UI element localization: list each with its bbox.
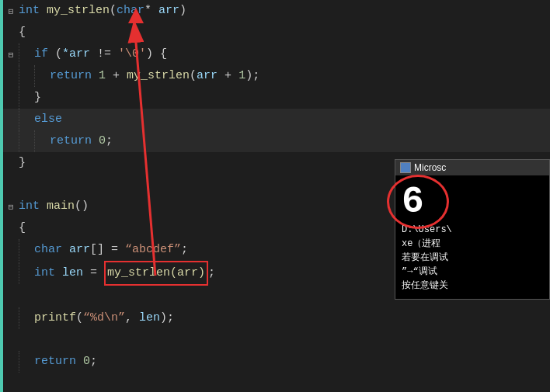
indent-guides bbox=[19, 239, 34, 261]
indent-guides bbox=[19, 65, 50, 87]
code-content: } bbox=[34, 87, 41, 109]
code-content: char arr[] = “abcdef”; bbox=[34, 239, 188, 261]
console-line-2: xe（进程 bbox=[402, 237, 543, 251]
code-content: int len = my_strlen(arr); bbox=[34, 261, 215, 286]
indent-guides bbox=[19, 307, 34, 329]
console-line-1: D:\Users\ bbox=[402, 223, 543, 237]
console-line-3: 若要在调试 bbox=[402, 251, 543, 265]
code-content: int main() bbox=[19, 196, 89, 217]
fold-indicator: ⊟ bbox=[3, 202, 19, 212]
code-line: ⊟int my_strlen(char* arr) bbox=[3, 0, 550, 22]
code-line: return 1 + my_strlen(arr + 1); bbox=[3, 65, 550, 87]
code-line: return 0; bbox=[3, 351, 550, 373]
code-line: ⊟if (*arr != '\0') { bbox=[3, 43, 550, 65]
console-line-5: 按任意键关 bbox=[402, 279, 543, 293]
redbox-highlight: my_strlen(arr) bbox=[104, 261, 208, 286]
code-content: return 0; bbox=[34, 351, 97, 373]
indent-guides bbox=[19, 351, 34, 373]
console-title: Microsc bbox=[414, 162, 446, 173]
code-line bbox=[3, 329, 550, 351]
console-titlebar: Microsc bbox=[395, 160, 549, 175]
indent-guides bbox=[19, 109, 34, 130]
console-line-4: ”→“调试 bbox=[402, 265, 543, 279]
code-content: } bbox=[19, 152, 26, 174]
console-icon bbox=[400, 162, 411, 173]
fold-indicator: ⊟ bbox=[3, 6, 19, 16]
code-content: else bbox=[34, 109, 62, 130]
code-content: int my_strlen(char* arr) bbox=[19, 0, 186, 22]
indent-guides bbox=[19, 262, 34, 284]
indent-guides bbox=[19, 130, 50, 152]
code-line: printf(“%d\n”, len); bbox=[3, 307, 550, 329]
code-line: else bbox=[3, 109, 550, 130]
code-editor: ⊟int my_strlen(char* arr){⊟if (*arr != '… bbox=[0, 0, 550, 392]
code-content: return 1 + my_strlen(arr + 1); bbox=[50, 65, 259, 87]
console-body: 6 D:\Users\ xe（进程 若要在调试 ”→“调试 按任意键关 bbox=[395, 175, 549, 299]
indent-guides bbox=[19, 87, 34, 109]
code-content: { bbox=[19, 217, 26, 239]
code-line: } bbox=[3, 87, 550, 109]
indent-guides bbox=[19, 43, 34, 65]
code-content: return 0; bbox=[50, 130, 113, 152]
code-line bbox=[3, 373, 550, 392]
code-content: printf(“%d\n”, len); bbox=[34, 307, 174, 329]
code-line: { bbox=[3, 22, 550, 43]
console-text: D:\Users\ xe（进程 若要在调试 ”→“调试 按任意键关 bbox=[402, 223, 543, 293]
code-content: { bbox=[19, 22, 26, 43]
code-line: return 0; bbox=[3, 130, 550, 152]
console-number: 6 bbox=[402, 182, 543, 223]
console-overlay: Microsc 6 D:\Users\ xe（进程 若要在调试 ”→“调试 按任… bbox=[395, 159, 550, 300]
code-content: if (*arr != '\0') { bbox=[34, 43, 167, 65]
fold-indicator: ⊟ bbox=[3, 50, 19, 60]
